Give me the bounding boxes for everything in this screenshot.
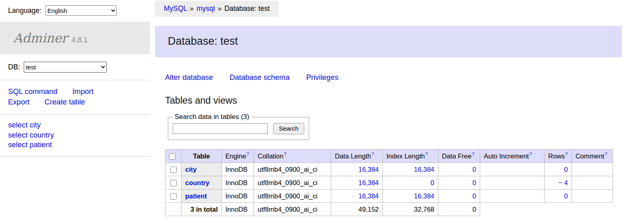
data-free-cell: 0: [438, 190, 480, 203]
index-length-cell: 0: [383, 176, 438, 190]
privileges-link[interactable]: Privileges: [306, 73, 339, 81]
index-length-link[interactable]: 0: [431, 179, 434, 186]
column-header-data-length: Data Length?: [331, 150, 383, 163]
db-select[interactable]: test: [24, 62, 107, 73]
auto-increment-cell: [480, 176, 545, 190]
rows-link[interactable]: ~ 4: [558, 179, 568, 186]
export-link[interactable]: Export: [8, 98, 29, 106]
column-header-index-length: Index Length?: [383, 150, 438, 163]
column-header-label: Engine: [225, 152, 246, 160]
column-header-label: Data Free: [442, 152, 471, 160]
data-free-link[interactable]: 0: [473, 192, 476, 200]
language-select[interactable]: English: [45, 5, 117, 16]
engine-cell: InnoDB: [222, 190, 254, 203]
sidebar-item-select-city[interactable]: select city: [8, 120, 150, 130]
row-checkbox-patient[interactable]: [170, 193, 177, 200]
row-select-cell: [165, 163, 182, 176]
collation-cell: utf8mb4_0900_ai_ci: [254, 176, 331, 190]
help-icon[interactable]: ?: [565, 152, 568, 156]
totals-empty-cell: [165, 203, 182, 216]
sidebar-item-select-patient[interactable]: select patient: [8, 140, 150, 150]
data-free-cell: 0: [438, 176, 480, 190]
sql-command-link[interactable]: SQL command: [8, 87, 58, 96]
table-header-row: Table Engine? Collation? Data Length? In…: [165, 150, 613, 163]
rows-link[interactable]: 0: [564, 166, 568, 173]
help-icon[interactable]: ?: [605, 152, 607, 156]
data-length-link[interactable]: 16,384: [359, 166, 379, 173]
actions-line-2: Export Create table: [8, 97, 150, 107]
data-length-link[interactable]: 16,384: [359, 179, 379, 186]
sidebar-actions: SQL command Import Export Create table: [0, 80, 150, 115]
collation-cell: utf8mb4_0900_ai_ci: [254, 190, 331, 203]
column-header-table: Table: [182, 150, 222, 163]
breadcrumb-server-link[interactable]: MySQL: [164, 4, 187, 13]
database-schema-link[interactable]: Database schema: [229, 73, 289, 81]
column-header-label: Index Length: [386, 152, 425, 160]
auto-increment-cell: [480, 190, 545, 203]
help-icon[interactable]: ?: [529, 152, 532, 156]
help-icon[interactable]: ?: [372, 152, 374, 156]
row-select-cell: [165, 190, 182, 203]
adminer-logo: Adminer 4.8.1: [0, 22, 150, 54]
breadcrumb-database-link[interactable]: mysql: [196, 4, 215, 13]
index-length-link[interactable]: 16,384: [414, 192, 434, 200]
engine-cell: InnoDB: [222, 176, 254, 190]
comment-cell: [572, 190, 613, 203]
data-free-cell: 0: [438, 163, 480, 176]
breadcrumb-separator: »: [218, 4, 222, 13]
row-checkbox-city[interactable]: [170, 167, 177, 173]
adminer-logo-text: Adminer: [13, 31, 68, 45]
rows-link[interactable]: 0: [564, 192, 568, 200]
help-icon[interactable]: ?: [246, 152, 249, 156]
table-name-cell: country: [182, 176, 222, 190]
rows-cell: ~ 4: [545, 176, 572, 190]
table-link-city[interactable]: city: [185, 166, 196, 173]
data-free-link[interactable]: 0: [473, 166, 476, 173]
table-name-cell: city: [182, 163, 222, 176]
alter-database-link[interactable]: Alter database: [165, 73, 213, 81]
sidebar: Language: English Adminer 4.8.1 DB: test…: [0, 0, 150, 156]
column-header-label: Rows: [548, 152, 565, 160]
column-header-collation: Collation?: [254, 150, 331, 163]
index-length-cell: 16,384: [383, 163, 438, 176]
breadcrumb-current: Database: test: [224, 4, 270, 13]
row-select-cell: [165, 176, 182, 190]
data-length-link[interactable]: 16,384: [359, 192, 379, 200]
totals-index-length: 32,768: [383, 203, 438, 216]
table-row: city InnoDB utf8mb4_0900_ai_ci 16,384 16…: [165, 163, 613, 176]
totals-collation: utf8mb4_0900_ai_ci: [254, 203, 331, 216]
comment-cell: [572, 176, 613, 190]
data-length-cell: 16,384: [331, 190, 383, 203]
search-input[interactable]: [173, 123, 268, 134]
search-fieldset: Search data in tables (3) Search: [168, 113, 309, 140]
help-icon[interactable]: ?: [472, 152, 474, 156]
page: Language: English Adminer 4.8.1 DB: test…: [0, 0, 644, 216]
table-link-country[interactable]: country: [185, 179, 210, 186]
column-header-label: Data Length: [335, 152, 371, 160]
totals-label: 3 in total: [182, 203, 222, 216]
select-all-checkbox[interactable]: [169, 153, 175, 160]
create-table-link[interactable]: Create table: [45, 98, 85, 106]
import-link[interactable]: Import: [72, 87, 93, 96]
column-header-rows: Rows?: [545, 150, 572, 163]
db-label: DB:: [8, 63, 20, 71]
column-header-label: Auto Increment: [484, 152, 529, 160]
actions-line-1: SQL command Import: [8, 86, 150, 97]
totals-engine: InnoDB: [222, 203, 254, 216]
row-checkbox-country[interactable]: [170, 180, 177, 186]
sidebar-item-select-country[interactable]: select country: [8, 130, 150, 140]
collation-cell: utf8mb4_0900_ai_ci: [254, 163, 331, 176]
main-content: MySQL » mysql » Database: test Database:…: [150, 0, 644, 216]
index-length-link[interactable]: 16,384: [414, 166, 434, 173]
db-selector-row: DB: test: [0, 54, 150, 80]
help-icon[interactable]: ?: [284, 152, 286, 156]
table-row: patient InnoDB utf8mb4_0900_ai_ci 16,384…: [165, 190, 613, 203]
search-button[interactable]: Search: [273, 123, 304, 134]
table-link-patient[interactable]: patient: [185, 192, 207, 200]
totals-row: 3 in total InnoDB utf8mb4_0900_ai_ci 49,…: [165, 203, 613, 216]
data-free-link[interactable]: 0: [473, 179, 476, 186]
rows-cell: 0: [545, 190, 572, 203]
help-icon[interactable]: ?: [425, 152, 427, 156]
breadcrumb: MySQL » mysql » Database: test: [155, 1, 279, 17]
column-header-engine: Engine?: [222, 150, 254, 163]
